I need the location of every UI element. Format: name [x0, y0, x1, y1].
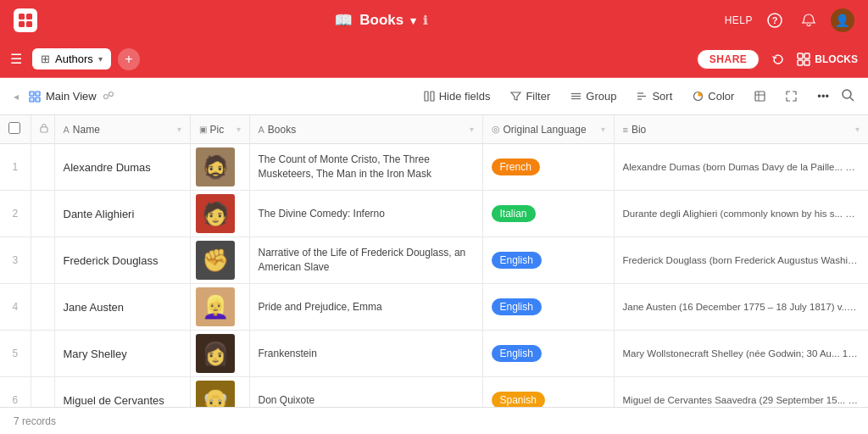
- table-header-row: A Name ▾ ▣ Pic ▾: [0, 115, 868, 144]
- row-lock: [31, 191, 54, 237]
- undo-button[interactable]: [766, 49, 790, 70]
- select-all-checkbox[interactable]: [8, 122, 20, 134]
- books-list: Narrative of the Life of Frederick Dougl…: [249, 237, 482, 284]
- th-checkbox[interactable]: [0, 115, 31, 144]
- svg-rect-16: [425, 92, 428, 101]
- author-name: Alexandre Dumas: [54, 144, 190, 191]
- svg-line-29: [850, 97, 854, 101]
- color-label: Color: [708, 90, 734, 103]
- help-icon-btn[interactable]: ?: [763, 8, 787, 32]
- language-badge: French: [492, 159, 540, 175]
- sort-button[interactable]: Sort: [628, 86, 681, 107]
- svg-rect-13: [36, 97, 40, 102]
- th-bio-icon: ≡: [623, 125, 628, 135]
- share-button[interactable]: SHARE: [697, 49, 760, 70]
- author-name: Mary Shelley: [54, 331, 190, 377]
- table-row: 6 Miguel de Cervantes 👴 Don Quixote Span…: [0, 377, 868, 408]
- header-center: 📖 Books ▾ ℹ: [334, 11, 427, 30]
- svg-rect-1: [26, 14, 32, 19]
- books-list: The Count of Monte Cristo, The Three Mus…: [249, 144, 482, 191]
- top-header: 📖 Books ▾ ℹ HELP ? 👤: [0, 0, 868, 41]
- th-bio-sort[interactable]: ▾: [855, 125, 860, 134]
- row-number: 4: [0, 284, 31, 331]
- caret-icon[interactable]: ◂: [14, 91, 19, 103]
- row-lock: [31, 331, 54, 377]
- main-view-dropdown[interactable]: Main View: [22, 86, 120, 106]
- notification-icon-btn[interactable]: [797, 8, 821, 32]
- table-row: 2 Dante Alighieri 🧑 The Divine Comedy: I…: [0, 191, 868, 237]
- language-cell: French: [482, 144, 614, 191]
- svg-point-28: [843, 90, 851, 98]
- table-options-btn1[interactable]: [746, 86, 774, 106]
- row-number: 3: [0, 237, 31, 284]
- hide-fields-label: Hide fields: [439, 90, 491, 103]
- portrait-image: 👩: [196, 334, 235, 373]
- books-icon: 📖: [334, 11, 353, 30]
- blocks-button[interactable]: BLOCKS: [797, 53, 858, 66]
- row-number: 2: [0, 191, 31, 237]
- app-logo[interactable]: [14, 8, 37, 32]
- authors-tab[interactable]: ⊞ Authors ▾: [32, 48, 111, 70]
- hide-fields-button[interactable]: Hide fields: [415, 86, 499, 107]
- authors-tab-chevron: ▾: [98, 54, 103, 64]
- language-cell: English: [482, 331, 614, 377]
- portrait-image: ✊: [196, 241, 235, 280]
- table-row: 4 Jane Austen 👱‍♀️ Pride and Prejudice, …: [0, 284, 868, 331]
- th-language[interactable]: ◎ Original Language ▾: [482, 115, 614, 144]
- hamburger-icon[interactable]: ☰: [10, 51, 22, 67]
- author-pic: ✊: [190, 237, 249, 284]
- th-lang-label: Original Language: [504, 124, 587, 136]
- more-options-btn[interactable]: •••: [809, 86, 837, 107]
- add-view-button[interactable]: +: [118, 48, 140, 70]
- color-button[interactable]: Color: [684, 86, 743, 107]
- filter-button[interactable]: Filter: [502, 86, 559, 107]
- svg-rect-8: [798, 60, 803, 65]
- th-lang-sort[interactable]: ▾: [601, 125, 605, 134]
- view-toolbar: ◂ Main View Hide fields Filter: [0, 78, 868, 115]
- bottom-bar: 7 records: [0, 407, 868, 434]
- th-pic[interactable]: ▣ Pic ▾: [190, 115, 249, 144]
- group-label: Group: [586, 90, 616, 103]
- table-row: 5 Mary Shelley 👩 Frankenstein English Ma…: [0, 331, 868, 377]
- row-number: 6: [0, 377, 31, 408]
- language-cell: Italian: [482, 191, 614, 237]
- info-icon[interactable]: ℹ: [423, 14, 427, 27]
- avatar[interactable]: 👤: [831, 8, 854, 32]
- th-pic-sort[interactable]: ▾: [236, 125, 241, 134]
- authors-tab-label: Authors: [55, 53, 93, 65]
- th-name[interactable]: A Name ▾: [54, 115, 190, 144]
- svg-point-15: [108, 92, 113, 96]
- blocks-label: BLOCKS: [815, 53, 858, 65]
- search-button[interactable]: [841, 88, 854, 104]
- svg-point-14: [103, 94, 108, 98]
- svg-rect-0: [19, 14, 25, 19]
- author-pic: 🧔: [190, 144, 249, 191]
- language-badge: English: [492, 252, 542, 269]
- row-number: 5: [0, 331, 31, 377]
- th-pic-icon: ▣: [199, 125, 207, 134]
- title-dropdown-icon[interactable]: ▾: [410, 14, 416, 27]
- svg-rect-17: [431, 92, 434, 101]
- author-name: Miguel de Cervantes: [54, 377, 190, 408]
- add-icon: +: [125, 52, 132, 67]
- main-view-label: Main View: [46, 90, 97, 103]
- portrait-image: 🧔: [196, 147, 235, 186]
- th-books-label: Books: [268, 124, 296, 136]
- row-lock: [31, 284, 54, 331]
- language-badge: Spanish: [492, 392, 545, 407]
- th-name-sort[interactable]: ▾: [177, 125, 181, 134]
- language-badge: English: [492, 298, 542, 315]
- language-cell: English: [482, 284, 614, 331]
- th-name-icon: A: [64, 125, 70, 135]
- th-bio[interactable]: ≡ Bio ▾: [614, 115, 868, 144]
- th-books-sort[interactable]: ▾: [470, 125, 474, 134]
- group-button[interactable]: Group: [562, 86, 625, 107]
- help-label: HELP: [725, 14, 753, 26]
- header-left: [14, 8, 37, 32]
- portrait-image: 👴: [196, 381, 235, 407]
- books-list: The Divine Comedy: Inferno: [249, 191, 482, 237]
- th-books[interactable]: A Books ▾: [249, 115, 482, 144]
- records-count: 7 records: [14, 415, 56, 427]
- expand-btn[interactable]: [777, 86, 805, 106]
- author-pic: 👴: [190, 377, 249, 408]
